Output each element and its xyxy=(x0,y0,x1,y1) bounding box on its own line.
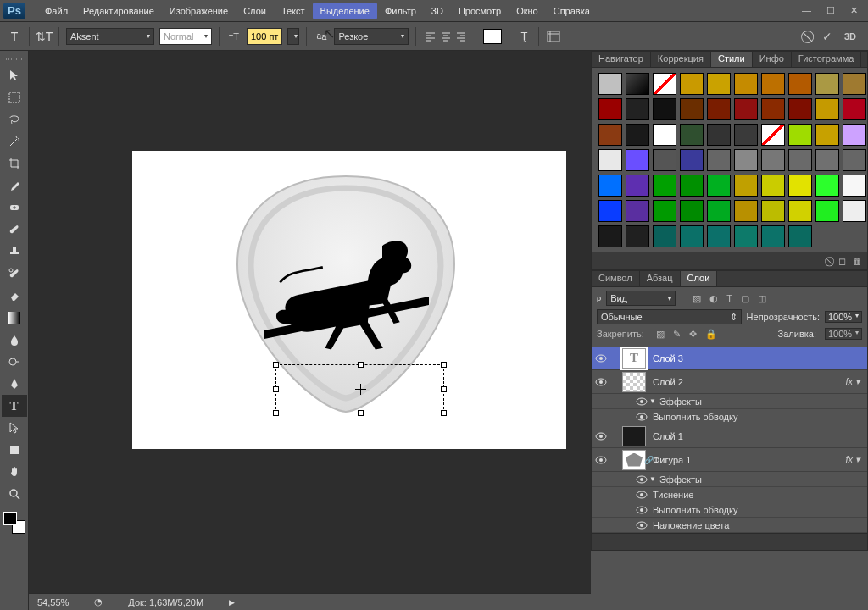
zoom-tool[interactable] xyxy=(2,483,27,505)
transform-box[interactable] xyxy=(275,364,444,413)
style-swatch[interactable] xyxy=(734,124,758,146)
style-swatch[interactable] xyxy=(843,124,866,146)
style-swatch[interactable] xyxy=(653,73,676,95)
eraser-tool[interactable] xyxy=(2,285,27,307)
style-swatch[interactable] xyxy=(680,175,704,197)
style-swatch[interactable] xyxy=(761,98,785,120)
style-swatch[interactable] xyxy=(761,124,785,146)
style-swatch[interactable] xyxy=(653,175,676,197)
new-style-icon[interactable]: ◻ xyxy=(838,256,846,267)
fill-input[interactable]: 100%▾ xyxy=(825,328,862,340)
style-swatch[interactable] xyxy=(598,73,622,95)
visibility-toggle[interactable] xyxy=(592,354,610,363)
visibility-toggle[interactable] xyxy=(592,456,610,464)
menu-слои[interactable]: Слои xyxy=(236,3,274,19)
lock-trans-icon[interactable]: ▨ xyxy=(656,329,665,340)
layer-row[interactable]: TСлой 3 xyxy=(592,347,867,370)
menu-окно[interactable]: Окно xyxy=(509,3,546,19)
style-swatch[interactable] xyxy=(626,175,649,197)
style-swatch[interactable] xyxy=(707,225,731,247)
style-swatch[interactable] xyxy=(653,149,676,171)
eyedropper-tool[interactable] xyxy=(2,175,27,197)
visibility-toggle[interactable] xyxy=(592,378,610,386)
style-swatch[interactable] xyxy=(626,225,649,247)
style-swatch[interactable] xyxy=(843,149,866,171)
style-swatch[interactable] xyxy=(815,73,839,95)
crop-tool[interactable] xyxy=(2,152,27,175)
dodge-tool[interactable] xyxy=(2,351,27,373)
style-swatch[interactable] xyxy=(761,225,785,247)
menu-выделение[interactable]: Выделение xyxy=(313,3,377,19)
style-swatch[interactable] xyxy=(680,149,704,171)
tab-стили[interactable]: Стили xyxy=(711,52,753,67)
tab-символ[interactable]: Символ xyxy=(592,271,640,286)
layer-row[interactable]: 🔗Фигура 1fx ▾ xyxy=(592,448,867,472)
align-left-button[interactable] xyxy=(423,29,438,44)
minimize-button[interactable]: — xyxy=(802,5,811,16)
style-swatch[interactable] xyxy=(761,200,785,222)
style-swatch[interactable] xyxy=(598,200,622,222)
style-swatch[interactable] xyxy=(788,98,812,120)
style-swatch[interactable] xyxy=(734,98,758,120)
font-family-combo[interactable]: Aksent▾ xyxy=(66,28,154,45)
style-swatch[interactable] xyxy=(815,175,839,197)
filter-shape-icon[interactable]: ▢ xyxy=(741,293,749,304)
style-swatch[interactable] xyxy=(653,200,676,222)
style-swatch[interactable] xyxy=(707,124,731,146)
style-swatch[interactable] xyxy=(653,225,676,247)
style-swatch[interactable] xyxy=(707,98,731,120)
style-swatch[interactable] xyxy=(626,124,649,146)
menu-файл[interactable]: Файл xyxy=(37,3,75,19)
layer-row[interactable]: Слой 1 xyxy=(592,424,867,448)
font-size-dropdown[interactable]: ▾ xyxy=(287,28,299,45)
effect-row[interactable]: ▼Эффекты xyxy=(592,472,867,487)
style-swatch[interactable] xyxy=(734,175,758,197)
style-swatch[interactable] xyxy=(815,98,839,120)
stamp-tool[interactable] xyxy=(2,241,27,263)
style-swatch[interactable] xyxy=(761,149,785,171)
effect-visibility[interactable] xyxy=(634,506,649,514)
zoom-level[interactable]: 54,55% xyxy=(37,597,69,607)
filter-adjust-icon[interactable]: ◐ xyxy=(709,293,718,304)
tab-абзац[interactable]: Абзац xyxy=(640,271,681,286)
style-swatch[interactable] xyxy=(626,200,649,222)
effect-visibility[interactable] xyxy=(634,521,649,530)
style-swatch[interactable] xyxy=(761,73,785,95)
tab-гистограмма[interactable]: Гистограмма xyxy=(792,52,862,67)
menu-текст[interactable]: Текст xyxy=(274,3,313,19)
menu-просмотр[interactable]: Просмотр xyxy=(451,3,509,19)
status-arrow-icon[interactable]: ▶ xyxy=(229,598,234,607)
effect-row[interactable]: Выполнить обводку xyxy=(592,502,867,518)
style-swatch[interactable] xyxy=(788,175,812,197)
style-swatch[interactable] xyxy=(680,73,704,95)
style-swatch[interactable] xyxy=(626,149,649,171)
style-swatch[interactable] xyxy=(707,175,731,197)
tab-коррекция[interactable]: Коррекция xyxy=(651,52,711,67)
style-swatch[interactable] xyxy=(815,124,839,146)
menu-редактирование[interactable]: Редактирование xyxy=(75,3,162,19)
style-swatch[interactable] xyxy=(653,98,676,120)
style-swatch[interactable] xyxy=(843,200,866,222)
filter-pixel-icon[interactable]: ▧ xyxy=(693,293,701,304)
effect-row[interactable]: Тиснение xyxy=(592,487,867,502)
close-button[interactable]: ✕ xyxy=(850,5,858,16)
style-swatch[interactable] xyxy=(788,73,812,95)
menu-фильтр[interactable]: Фильтр xyxy=(377,3,424,19)
style-swatch[interactable] xyxy=(761,175,785,197)
blend-mode-combo[interactable]: Обычные⇕ xyxy=(597,309,742,324)
style-swatch[interactable] xyxy=(680,200,704,222)
pen-tool[interactable] xyxy=(2,373,27,395)
align-center-button[interactable] xyxy=(438,29,453,44)
effect-visibility[interactable] xyxy=(634,475,649,484)
font-style-combo[interactable]: Normal▾ xyxy=(159,28,212,45)
style-swatch[interactable] xyxy=(598,225,622,247)
style-swatch[interactable] xyxy=(843,175,866,197)
style-swatch[interactable] xyxy=(626,98,649,120)
effect-visibility[interactable] xyxy=(634,397,649,406)
type-tool[interactable]: T xyxy=(2,395,27,417)
maximize-button[interactable]: ☐ xyxy=(826,5,835,16)
status-icon[interactable]: ◔ xyxy=(94,596,103,607)
style-swatch[interactable] xyxy=(788,124,812,146)
style-swatch[interactable] xyxy=(707,73,731,95)
document-canvas[interactable] xyxy=(132,151,566,449)
